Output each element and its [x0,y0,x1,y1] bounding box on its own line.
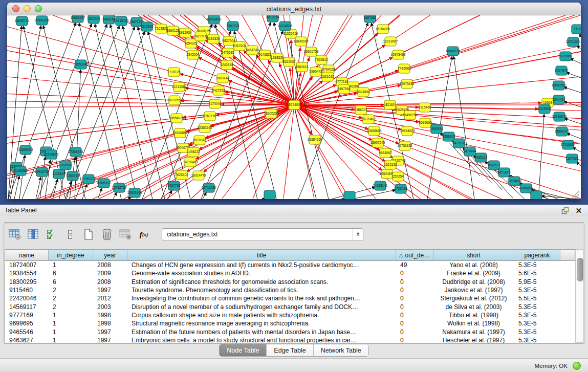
network-view-window[interactable]: citations_edges.txt 18724007183002951938… [7,3,581,199]
table-selector-dropdown[interactable]: citations_edges.txt ▲▼ [162,228,363,241]
table-row[interactable]: 1456911722003Disruption of a novel membe… [5,302,575,311]
network-node-label: 1498222 [187,150,200,154]
network-node-label: 8912954 [179,31,192,34]
table-selector-value: citations_edges.txt [162,231,217,238]
citation-edge-black [138,27,180,199]
network-node[interactable] [264,190,275,199]
network-node-label: 12942757 [35,170,50,173]
table-cell: 5.3E-5 [514,261,560,269]
table-cell: 0 [396,295,433,302]
network-node-label: 9699695 [419,121,432,124]
column-header-year[interactable]: year [93,250,127,260]
table-cell: 5.3E-5 [514,320,560,327]
network-node-label: 1562615 [295,65,309,69]
network-node-label: 10688609 [367,129,382,133]
column-header-name[interactable]: name [5,250,49,260]
delete-attribute-button[interactable] [100,228,114,241]
column-header-pagerank[interactable]: pagerank [514,250,560,260]
network-node-label: 82160 [385,103,395,106]
column-header-filler [560,250,575,260]
tab-edge-table[interactable]: Edge Table [267,344,313,356]
table-cell: Jankovic et al. (1997) [433,287,514,294]
network-node-label: 14055714 [15,19,30,23]
zoom-window-button[interactable] [35,5,42,12]
show-column-button[interactable] [27,228,40,241]
column-header-title[interactable]: title [127,250,396,260]
table-settings-button[interactable] [8,228,21,241]
sort-ascending-icon: △ [399,252,403,258]
network-node-label: 252254 [393,174,404,178]
network-node[interactable] [531,191,542,199]
table-cell: Disruption of a novel member of a sodium… [127,303,396,311]
table-vertical-scrollbar[interactable] [576,249,583,343]
unselect-all-button[interactable] [63,228,77,241]
network-node-label: 11156869 [13,169,28,172]
network-node-label: 1615132 [384,163,397,166]
table-row[interactable]: 1938455462009Genome-wide association stu… [5,269,575,277]
network-node[interactable] [344,191,355,199]
table-cell: 18724007 [5,261,49,269]
table-cell: 9699695 [5,320,49,327]
table-cell: 0 [396,312,433,319]
table-row[interactable]: 1830029562008Estimation of significance … [5,278,575,286]
delete-table-button[interactable] [119,228,132,241]
table-row[interactable]: 946554611997Estimation of the future num… [5,327,575,336]
function-builder-button[interactable]: f(x) [137,228,150,241]
table-cell: 2 [49,295,93,302]
network-node-label: 14039489 [183,160,198,164]
select-all-button[interactable] [45,228,58,241]
network-node-label: 8215955 [538,107,551,111]
network-canvas[interactable]: 1872400718300295193845547163822866012889… [7,15,581,199]
citation-edge-black [95,24,137,199]
table-row[interactable]: 969969511998Structural magnetic resonanc… [5,319,575,327]
table-cell: 1 [49,261,93,269]
scrollbar-thumb[interactable] [577,258,583,281]
minimize-window-button[interactable] [24,5,31,12]
network-node-label: 2935114 [475,156,488,159]
memory-status-indicator[interactable] [573,362,581,370]
table-row[interactable]: 946362711997Embryonic stem cells: a mode… [5,336,575,344]
network-node-label: 5878342 [193,138,206,142]
citation-edge-red [253,105,294,199]
table-cell: 0 [396,303,433,311]
table-cell: 1 [49,329,93,336]
column-header-in_degree[interactable]: in_degree [49,250,93,260]
table-row[interactable]: 2242004622012Investigating the contribut… [5,294,575,302]
close-panel-icon[interactable]: ✕ [575,207,582,214]
table-cell: 2012 [93,295,127,302]
table-row[interactable]: 911546021997Tourette syndrome. Phenomeno… [5,286,575,294]
column-header-label: name [19,252,34,259]
table-cell: 19384554 [5,270,49,277]
attribute-table[interactable]: namein_degreeyeartitle△out_de…shortpager… [5,249,576,344]
table-row[interactable]: 977716911998Corpus callosum shape and si… [5,311,575,319]
network-node-label: 19654923 [400,129,415,133]
citation-edge-black [122,26,165,199]
network-node-label: 10719185 [114,19,129,23]
tab-network-table[interactable]: Network Table [314,344,368,356]
create-table-button[interactable] [82,228,95,241]
network-node-label: 16648794 [446,49,461,53]
network-node-label: 17957272 [81,177,96,181]
network-node-label: 7163822 [155,27,168,30]
table-cell: Tibbo et al. (1998) [433,312,514,319]
float-panel-icon[interactable] [561,207,569,214]
table-cell: Corpus callosum shape and size in male p… [127,312,396,319]
column-header-out_de[interactable]: △out_de… [396,250,433,260]
network-window-title: citations_edges.txt [267,5,322,13]
table-panel-titlebar: Table Panel ✕ [0,205,588,216]
table-cell: 0 [396,329,433,336]
table-row[interactable]: 1872400712008Changes of HCN gene express… [5,261,575,269]
network-node-label: 2687682 [363,16,377,19]
network-window-titlebar[interactable]: citations_edges.txt [7,3,581,15]
column-header-short[interactable]: short [433,250,514,260]
network-node-label: 1621022 [321,75,334,78]
network-node-label: 16914479 [191,173,206,177]
network-node-label: 20206576 [44,152,59,156]
close-window-button[interactable] [12,5,19,12]
table-cell: 2 [49,303,93,311]
network-node-label: 9457791 [167,184,181,187]
citation-edge-black [579,34,581,36]
table-cell: 0 [396,270,433,277]
tab-node-table[interactable]: Node Table [220,344,267,356]
table-cell: Embryonic stem cells: a model to study s… [127,337,396,344]
